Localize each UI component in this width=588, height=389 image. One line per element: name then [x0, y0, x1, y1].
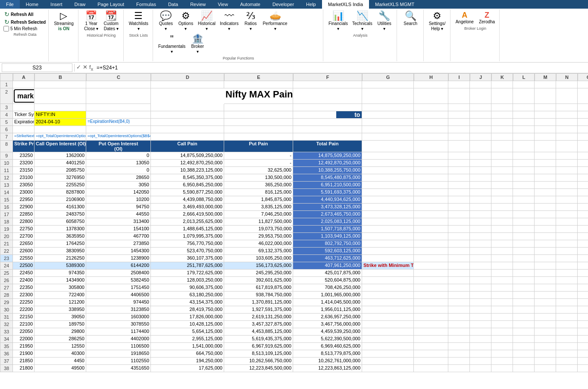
cell-strike[interactable]: 21800 [13, 365, 34, 372]
technicals-button[interactable]: 📉 Technicals▾ [350, 10, 374, 32]
cell-total-pain[interactable]: 425,017,875,000 [293, 270, 362, 277]
cell-call-oi[interactable]: 1764250 [34, 240, 86, 248]
cell-put-oi[interactable]: 154100 [86, 226, 151, 233]
fundamentals-button[interactable]: " Fundamentals▾ [156, 33, 187, 55]
cell-call-oi[interactable]: 974350 [34, 270, 86, 277]
cell-call-pain[interactable]: 17,826,000,000 [151, 314, 224, 321]
expiry-label[interactable]: Expiration Date [13, 119, 34, 126]
cell-call-pain[interactable]: 194,250,000 [151, 358, 224, 365]
cell-put-pain[interactable]: 46,022,000,000 [224, 240, 293, 248]
tab-help[interactable]: Help [300, 0, 322, 9]
cell-total-pain[interactable]: 1,001,965,000,000 [293, 292, 362, 299]
cell-call-pain[interactable]: 3,469,493,000,000 [151, 204, 224, 211]
tab-formulas[interactable]: Formulas [130, 0, 162, 9]
cell-call-oi[interactable]: 2255250 [34, 182, 86, 189]
cell-strike[interactable]: 22600 [13, 248, 34, 255]
ratios-button[interactable]: ⅔ Ratios▾ [241, 10, 260, 32]
cell-put-oi[interactable]: 3050 [86, 182, 151, 189]
cell-strike[interactable]: 23000 [13, 189, 34, 196]
cell-call-pain[interactable]: 8,545,350,375,000 [151, 174, 224, 182]
formula-put-oi[interactable]: =opt_TotalOpenInterestOptions($B$4,"Put"… [86, 133, 151, 141]
cell-put-oi[interactable]: 0 [86, 167, 151, 174]
cell-call-oi[interactable]: 2106900 [34, 196, 86, 204]
cell-call-pain[interactable]: 756,770,750,000 [151, 240, 224, 248]
cell-total-pain[interactable]: 5,591,693,375,000 [293, 189, 362, 196]
cell-strike[interactable]: 22400 [13, 277, 34, 284]
cell-put-pain[interactable]: 245,295,250,000 [224, 270, 293, 277]
cell-total-pain[interactable]: 12,492,870,250,000 [293, 160, 362, 167]
cell-put-pain[interactable]: 392,601,625,000 [224, 277, 293, 284]
cell-put-oi[interactable]: 1603000 [86, 314, 151, 321]
cell-put-oi[interactable]: 6144200 [86, 262, 151, 270]
cell-call-oi[interactable]: 5389300 [34, 262, 86, 270]
one-year-close-button[interactable]: 📅 1 YearClose ▾ [82, 10, 101, 32]
tab-draw[interactable]: Draw [69, 0, 92, 9]
cell-call-pain[interactable]: 2,955,125,000 [151, 336, 224, 343]
cell-put-pain[interactable]: 11,827,500,000 [224, 218, 293, 226]
broker-button[interactable]: 🏦 Broker▾ [188, 33, 207, 55]
cell-put-pain[interactable]: 938,784,750,000 [224, 292, 293, 299]
cell-total-pain[interactable]: 2,673,465,750,000 [293, 211, 362, 218]
financials-button[interactable]: 📊 Financials▾ [327, 10, 350, 32]
cell-put-oi[interactable]: 13050 [86, 160, 151, 167]
cell-total-pain[interactable]: 6,969,460,625,000 [293, 343, 362, 350]
expiry-value[interactable]: 2024-04-10 [34, 119, 86, 126]
cell-total-pain[interactable]: 4,459,539,250,000 [293, 328, 362, 336]
cell-call-oi[interactable]: 305800 [34, 284, 86, 292]
cell-total-pain[interactable]: 6,951,210,500,000 [293, 182, 362, 189]
cell-put-pain[interactable]: 6,967,919,625,000 [224, 343, 293, 350]
cell-put-oi[interactable]: 1238900 [86, 255, 151, 262]
cell-total-pain[interactable]: 1,103,949,125,000 [293, 233, 362, 240]
cell-put-oi[interactable]: 4402000 [86, 336, 151, 343]
streaming-button[interactable]: ▷ Streamingis ON [52, 10, 75, 32]
cell-strike[interactable]: 22050 [13, 328, 34, 336]
cell-strike[interactable]: 22100 [13, 321, 34, 328]
tab-developer[interactable]: Developer [266, 0, 300, 9]
cell-put-pain[interactable]: 365,250,000 [224, 182, 293, 189]
cell-put-pain[interactable]: 8,513,109,125,000 [224, 350, 293, 358]
cell-put-pain[interactable]: 32,625,000 [224, 167, 293, 174]
cell-total-pain[interactable]: 1,507,718,875,000 [293, 226, 362, 233]
tab-marketxls-mgmt[interactable]: MarketXLS MGMT [369, 0, 420, 9]
cell-call-oi[interactable]: 40300 [34, 350, 86, 358]
cell-strike[interactable]: 22300 [13, 292, 34, 299]
cell-total-pain[interactable]: 3,473,328,125,000 [293, 204, 362, 211]
cell-put-oi[interactable]: 44550 [86, 211, 151, 218]
cell-put-oi[interactable]: 273850 [86, 240, 151, 248]
cell-put-oi[interactable]: 1102550 [86, 358, 151, 365]
tab-review[interactable]: Review [184, 0, 212, 9]
cell-put-oi[interactable]: 1454300 [86, 248, 151, 255]
cell-call-pain[interactable]: 1,488,645,125,000 [151, 226, 224, 233]
cell-put-pain[interactable]: - [224, 152, 293, 160]
cell-call-pain[interactable]: 43,154,375,000 [151, 299, 224, 306]
cell-put-oi[interactable]: 313400 [86, 218, 151, 226]
cell-total-pain[interactable]: 8,545,480,875,000 [293, 174, 362, 182]
cell-strike[interactable]: 23150 [13, 167, 34, 174]
cell-put-oi[interactable]: 0 [86, 152, 151, 160]
formula-input[interactable] [95, 64, 586, 72]
cell-total-pain[interactable]: 14,875,509,250,000 [293, 152, 362, 160]
cell-call-oi[interactable]: 338950 [34, 306, 86, 314]
cell-strike[interactable]: 22850 [13, 211, 34, 218]
cell-strike[interactable]: 22900 [13, 204, 34, 211]
cell-put-pain[interactable]: 816,125,000 [224, 189, 293, 196]
cell-put-pain[interactable]: 3,835,125,000 [224, 204, 293, 211]
formula-strike[interactable]: =StrikeNext($B$4,S9,$5,A9) [13, 133, 34, 141]
cell-call-pain[interactable]: 14,875,509,250,000 [151, 152, 224, 160]
cell-put-pain[interactable]: 130,500,000 [224, 174, 293, 182]
cell-total-pain[interactable]: 463,712,625,000 [293, 255, 362, 262]
cell-strike[interactable]: 21850 [13, 358, 34, 365]
cell-call-pain[interactable]: 10,388,223,125,000 [151, 167, 224, 174]
cell-strike[interactable]: 23250 [13, 152, 34, 160]
cell-call-pain[interactable]: 90,606,375,000 [151, 284, 224, 292]
cell-put-pain[interactable]: 7,046,250,000 [224, 211, 293, 218]
historical-button[interactable]: 📈 Historical▾ [196, 10, 217, 32]
cell-call-oi[interactable]: 286250 [34, 336, 86, 343]
cell-strike[interactable]: 22750 [13, 226, 34, 233]
cell-strike[interactable]: 22650 [13, 240, 34, 248]
cell-put-pain[interactable]: 5,619,435,375,000 [224, 336, 293, 343]
cell-put-pain[interactable]: 12,223,845,500,000 [224, 365, 293, 372]
cell-call-pain[interactable]: 251,787,625,000 [151, 262, 224, 270]
cell-strike[interactable]: 22450 [13, 270, 34, 277]
cell-total-pain[interactable]: 1,414,045,500,000 [293, 299, 362, 306]
